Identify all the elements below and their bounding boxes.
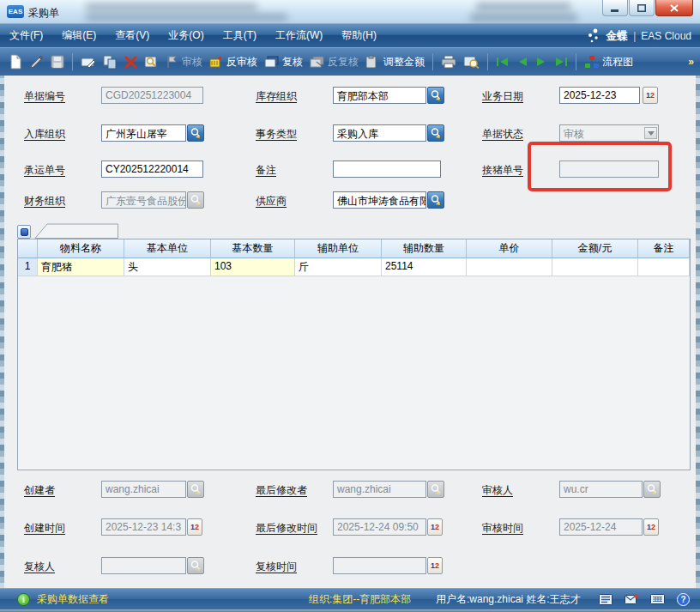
inventory-org-lookup-button[interactable] (427, 87, 444, 104)
review-time-calendar-button: 12 (427, 557, 443, 574)
price-cell[interactable] (467, 258, 552, 276)
col-header-rowno[interactable] (18, 239, 38, 258)
titlebar[interactable]: EAS 采购单 (0, 0, 700, 24)
toolbar: 审核 反审核 复核 反复核 调整金额 (0, 47, 700, 76)
prev-record-button[interactable] (513, 54, 532, 70)
inbound-org-field[interactable]: 广州茅山屠宰 (101, 124, 186, 142)
toolbar-overflow-button[interactable]: » (688, 56, 695, 68)
message-icon[interactable] (625, 594, 638, 605)
chevron-down-icon (648, 131, 655, 136)
grid-settings-button[interactable] (17, 225, 31, 239)
audit-time-label: 审核时间 (482, 521, 523, 536)
keyboard-icon[interactable] (650, 594, 665, 604)
col-header-base-unit[interactable]: 基本单位 (124, 239, 211, 258)
review-button[interactable]: 复核 (261, 52, 306, 72)
aux-qty-cell[interactable]: 25114 (382, 258, 467, 276)
last-modify-time-field: 2025-12-24 09:50 (333, 518, 426, 536)
adjust-amount-button[interactable]: 调整金额 (380, 52, 428, 72)
audit-label: 审核 (182, 55, 202, 70)
col-header-material[interactable]: 物料名称 (38, 239, 124, 258)
last-record-button[interactable] (551, 54, 571, 70)
lookup-icon (430, 483, 442, 495)
menu-business[interactable]: 业务(O) (159, 24, 213, 47)
delete-x-icon (124, 56, 137, 69)
row-number-cell[interactable]: 1 (18, 258, 38, 276)
col-header-base-qty[interactable]: 基本数量 (211, 239, 295, 258)
remark-field[interactable] (333, 161, 441, 178)
col-header-remark[interactable]: 备注 (638, 239, 690, 258)
menu-file[interactable]: 文件(F) (0, 24, 52, 47)
material-cell[interactable]: 育肥猪 (38, 258, 124, 276)
attachment-button[interactable] (362, 52, 380, 71)
supplier-field[interactable]: 佛山市坤涛食品有限 (333, 191, 426, 209)
trans-type-field[interactable]: 采购入库 (333, 124, 426, 142)
auditor-lookup-button (643, 481, 661, 498)
lookup-icon (646, 483, 658, 495)
edit-button[interactable] (26, 52, 47, 72)
col-header-aux-qty[interactable]: 辅助数量 (382, 239, 467, 258)
table-row[interactable]: 1 育肥猪 头 103 斤 25114 (18, 258, 690, 276)
carrier-no-field[interactable]: CY202512220014 (101, 161, 203, 178)
biz-date-calendar-button[interactable]: 12 (643, 87, 658, 104)
first-record-button[interactable] (492, 54, 513, 70)
audit-time-field: 2025-12-24 (559, 518, 643, 536)
brand-separator: | (633, 30, 636, 42)
table-header-row: 物料名称 基本单位 基本数量 辅助单位 辅助数量 单价 金额/元 备注 (18, 239, 690, 258)
lookup-icon (430, 89, 442, 101)
menu-edit[interactable]: 编辑(E) (52, 24, 106, 47)
unreview-icon (310, 56, 324, 69)
new-button[interactable] (5, 52, 26, 72)
lookup-icon (190, 483, 202, 495)
window-title: 采购单 (28, 6, 59, 21)
remark-cell[interactable] (638, 258, 690, 276)
window-border-right (696, 0, 700, 612)
base-unit-cell[interactable]: 头 (124, 258, 211, 276)
next-record-button[interactable] (532, 54, 551, 70)
lookup-icon (430, 127, 442, 139)
menu-view[interactable]: 查看(V) (106, 24, 159, 47)
create-time-calendar-button: 12 (187, 518, 202, 536)
save-button[interactable] (47, 52, 68, 71)
minimize-button[interactable] (602, 0, 628, 16)
delete-button[interactable] (121, 53, 141, 71)
trans-type-lookup-button[interactable] (427, 124, 444, 142)
menu-tools[interactable]: 工具(T) (214, 24, 266, 47)
lookup-icon (190, 560, 202, 572)
col-header-aux-unit[interactable]: 辅助单位 (295, 239, 382, 258)
doc-no-field: CGD20251223004 (101, 87, 203, 104)
audit-button[interactable]: 审核 (162, 52, 206, 72)
biz-date-field[interactable]: 2025-12-23 (559, 87, 640, 104)
carrier-no-label: 承运单号 (24, 163, 65, 178)
amount-cell[interactable] (552, 258, 638, 276)
flowchart-button[interactable]: 流程图 (581, 52, 637, 72)
supplier-lookup-button[interactable] (427, 191, 444, 209)
unaudit-button[interactable]: 反审核 (206, 52, 261, 72)
close-button[interactable] (655, 0, 693, 16)
flowchart-label: 流程图 (602, 55, 633, 70)
copy-button[interactable] (100, 52, 121, 72)
eas-purchase-order-window: EAS 采购单 文件(F) 编辑(E) 查看(V) 业务(O) 工具(T) 工作… (0, 0, 700, 612)
clipboard-icon (365, 55, 377, 69)
document-list-icon[interactable] (599, 594, 612, 605)
aux-unit-cell[interactable]: 斤 (295, 258, 382, 276)
grid-tab[interactable] (34, 223, 119, 239)
print-preview-button[interactable] (460, 52, 483, 71)
product-name: EAS Cloud (641, 30, 691, 42)
base-qty-cell[interactable]: 103 (211, 258, 295, 276)
view-button[interactable] (141, 52, 162, 72)
inventory-org-field[interactable]: 育肥部本部 (333, 87, 426, 104)
last-arrow-icon (554, 57, 568, 67)
auditor-field: wu.cr (559, 481, 643, 498)
help-icon[interactable]: ? (677, 593, 690, 606)
menu-workflow[interactable]: 工作流(W) (266, 24, 332, 47)
unreview-button[interactable]: 反复核 (306, 52, 362, 72)
edit-bill-button[interactable] (77, 53, 100, 71)
col-header-amount[interactable]: 金额/元 (552, 239, 638, 258)
maximize-button[interactable] (629, 0, 655, 16)
menu-help[interactable]: 帮助(H) (332, 24, 386, 47)
print-button[interactable] (438, 52, 460, 71)
col-header-price[interactable]: 单价 (467, 239, 552, 258)
lookup-icon (430, 194, 442, 206)
inbound-org-lookup-button[interactable] (187, 124, 204, 142)
unreview-label: 反复核 (328, 55, 359, 70)
